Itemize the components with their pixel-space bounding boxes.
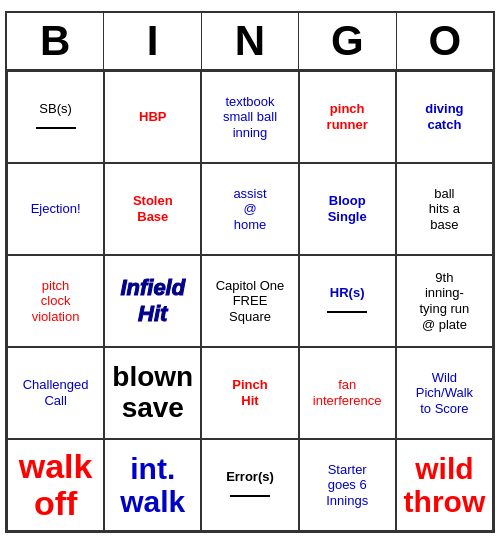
cell-r2c3[interactable]: HR(s) [299, 255, 396, 347]
cell-r0c4[interactable]: divingcatch [396, 71, 493, 163]
header-g: G [299, 13, 396, 69]
cell-r2c2[interactable]: Capitol OneFREESquare [201, 255, 298, 347]
cell-r1c2-text: assist@home [233, 186, 266, 233]
cell-r4c3[interactable]: Startergoes 6Innings [299, 439, 396, 531]
cell-r1c4-text: ballhits abase [429, 186, 460, 233]
cell-r0c2[interactable]: textbooksmall ballinning [201, 71, 298, 163]
header-o: O [397, 13, 493, 69]
bingo-header: B I N G O [7, 13, 493, 71]
cell-r4c4[interactable]: wildthrow [396, 439, 493, 531]
cell-r4c2[interactable]: Error(s) [201, 439, 298, 531]
cell-r0c4-text: divingcatch [425, 101, 463, 132]
cell-r2c4[interactable]: 9thinning-tying run@ plate [396, 255, 493, 347]
cell-r2c2-text: Capitol OneFREESquare [216, 278, 285, 325]
bingo-card: B I N G O SB(s) HBP textbooksmall ballin… [5, 11, 495, 533]
cell-r4c0-text: walkoff [19, 448, 93, 523]
header-i: I [104, 13, 201, 69]
cell-r4c1-text: int.walk [120, 452, 185, 518]
cell-r2c1[interactable]: InfieldHit [104, 255, 201, 347]
cell-r1c3-text: BloopSingle [328, 193, 367, 224]
header-n: N [202, 13, 299, 69]
cell-r2c1-text: InfieldHit [120, 275, 185, 327]
cell-r1c3[interactable]: BloopSingle [299, 163, 396, 255]
cell-r0c3[interactable]: pinchrunner [299, 71, 396, 163]
cell-r0c0[interactable]: SB(s) [7, 71, 104, 163]
cell-r3c4-text: WildPich/Walkto Score [416, 370, 473, 417]
cell-r4c0[interactable]: walkoff [7, 439, 104, 531]
cell-r3c1[interactable]: blownsave [104, 347, 201, 439]
cell-r2c0-text: pitchclockviolation [32, 278, 80, 325]
cell-r3c3[interactable]: faninterference [299, 347, 396, 439]
cell-r0c1[interactable]: HBP [104, 71, 201, 163]
cell-r4c1[interactable]: int.walk [104, 439, 201, 531]
cell-r4c3-text: Startergoes 6Innings [326, 462, 368, 509]
cell-r3c2-text: PinchHit [232, 377, 267, 408]
cell-r2c3-text: HR(s) [327, 285, 367, 316]
cell-r2c0[interactable]: pitchclockviolation [7, 255, 104, 347]
cell-r3c0-text: ChallengedCall [23, 377, 89, 408]
cell-r3c1-text: blownsave [112, 362, 193, 424]
cell-r4c2-text: Error(s) [226, 469, 274, 500]
cell-r1c4[interactable]: ballhits abase [396, 163, 493, 255]
cell-r3c0[interactable]: ChallengedCall [7, 347, 104, 439]
cell-r0c2-text: textbooksmall ballinning [223, 94, 277, 141]
cell-r3c4[interactable]: WildPich/Walkto Score [396, 347, 493, 439]
cell-r0c0-text: SB(s) [36, 101, 76, 132]
header-b: B [7, 13, 104, 69]
bingo-grid: SB(s) HBP textbooksmall ballinning pinch… [7, 71, 493, 531]
cell-r2c4-text: 9thinning-tying run@ plate [419, 270, 469, 332]
cell-r1c1-text: StolenBase [133, 193, 173, 224]
cell-r1c1[interactable]: StolenBase [104, 163, 201, 255]
cell-r1c2[interactable]: assist@home [201, 163, 298, 255]
cell-r3c3-text: faninterference [313, 377, 382, 408]
cell-r4c4-text: wildthrow [404, 452, 486, 518]
cell-r0c3-text: pinchrunner [327, 101, 368, 132]
cell-r1c0[interactable]: Ejection! [7, 163, 104, 255]
cell-r1c0-text: Ejection! [31, 201, 81, 217]
cell-r3c2[interactable]: PinchHit [201, 347, 298, 439]
cell-r0c1-text: HBP [139, 109, 166, 125]
